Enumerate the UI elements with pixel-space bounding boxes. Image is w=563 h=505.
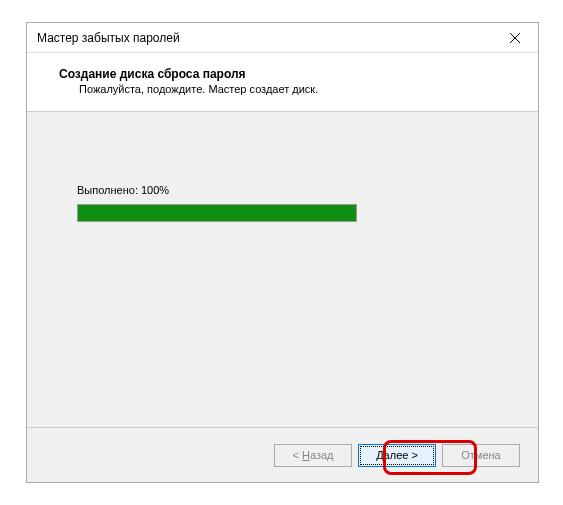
close-icon xyxy=(510,33,520,43)
wizard-footer: < Назад Далее > Отмена xyxy=(27,427,538,482)
wizard-content: Выполнено: 100% xyxy=(27,112,538,427)
close-button[interactable] xyxy=(500,26,530,50)
wizard-dialog: Мастер забытых паролей Создание диска сб… xyxy=(26,22,539,483)
titlebar: Мастер забытых паролей xyxy=(27,23,538,53)
window-title: Мастер забытых паролей xyxy=(37,31,180,45)
progress-label: Выполнено: 100% xyxy=(77,184,488,196)
progress-bar xyxy=(77,204,357,222)
wizard-step-title: Создание диска сброса пароля xyxy=(59,67,518,81)
wizard-step-subtitle: Пожалуйста, подождите. Мастер создает ди… xyxy=(59,83,518,95)
wizard-header: Создание диска сброса пароля Пожалуйста,… xyxy=(27,53,538,112)
cancel-button: Отмена xyxy=(442,444,520,467)
back-button: < Назад xyxy=(274,444,352,467)
next-button[interactable]: Далее > xyxy=(358,444,436,467)
